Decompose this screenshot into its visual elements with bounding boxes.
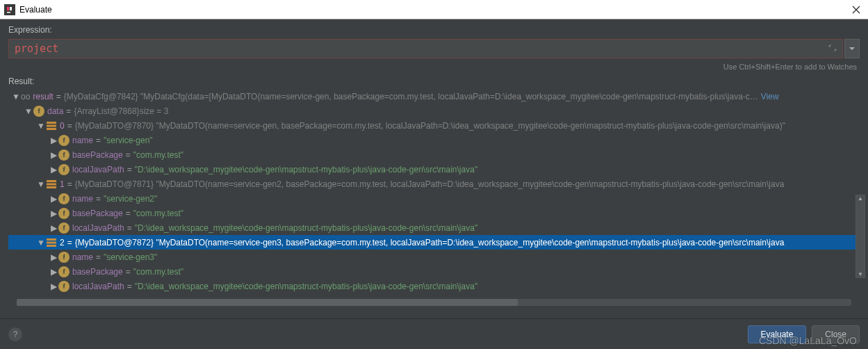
- svg-rect-3: [10, 7, 12, 10]
- field-icon: f: [58, 222, 69, 234]
- field-icon: f: [58, 266, 69, 277]
- window-title: Evaluate: [19, 5, 849, 15]
- tree-row-field[interactable]: ▶f basePackage="com.my.test": [8, 264, 860, 279]
- view-link[interactable]: View: [761, 92, 779, 102]
- tree-row-field[interactable]: ▶f localJavaPath="D:\idea_workspace_mygi…: [8, 279, 860, 293]
- collapse-icon[interactable]: ▼: [36, 238, 46, 247]
- expand-icon[interactable]: ▶: [49, 223, 58, 233]
- collapse-icon[interactable]: ▼: [36, 179, 46, 189]
- history-dropdown[interactable]: [844, 39, 860, 58]
- svg-rect-6: [47, 128, 56, 130]
- vertical-side-scroll[interactable]: ▲ ▼: [855, 195, 865, 278]
- tree-row-field[interactable]: ▶f localJavaPath="D:\idea_workspace_mygi…: [8, 162, 860, 177]
- svg-rect-4: [47, 122, 56, 124]
- svg-rect-10: [47, 238, 56, 241]
- expression-label: Expression:: [8, 25, 860, 35]
- tree-row-field[interactable]: ▶f basePackage="com.my.test": [8, 147, 860, 162]
- svg-rect-8: [47, 183, 56, 185]
- result-label: Result:: [8, 76, 860, 86]
- scroll-down-icon[interactable]: ▼: [858, 271, 863, 277]
- evaluate-button[interactable]: Evaluate: [748, 325, 807, 343]
- field-icon: f: [58, 149, 69, 161]
- expand-icon[interactable]: ▶: [49, 194, 58, 204]
- field-icon: f: [58, 208, 69, 219]
- field-icon: f: [58, 252, 69, 263]
- titlebar: Evaluate: [0, 0, 868, 19]
- expression-value: project: [15, 42, 58, 55]
- collapse-icon[interactable]: ▼: [11, 92, 21, 102]
- result-tree[interactable]: ▼ oo result = {MyDataCfg@7842} "MyDataCf…: [8, 89, 860, 299]
- field-icon: f: [58, 193, 69, 204]
- element-icon: [46, 180, 57, 188]
- horizontal-scrollbar[interactable]: [17, 299, 851, 306]
- var-name: data: [47, 106, 63, 116]
- tree-row-field[interactable]: ▶f basePackage="com.my.test": [8, 206, 860, 220]
- tree-row-field[interactable]: ▶f localJavaPath="D:\idea_workspace_mygi…: [8, 220, 860, 235]
- svg-rect-11: [47, 241, 56, 243]
- var-type: {ArrayList@7868}: [74, 106, 139, 116]
- tree-row-field[interactable]: ▶f name="service-gen3": [8, 250, 860, 264]
- tree-row-field[interactable]: ▶f name="service-gen2": [8, 191, 860, 206]
- tree-row-item[interactable]: ▼ 1={MyDataDTO@7871} "MyDataDTO(name=ser…: [8, 177, 860, 191]
- svg-rect-9: [47, 186, 56, 188]
- tree-row-data[interactable]: ▼ f data = {ArrayList@7868} size = 3: [8, 104, 860, 118]
- field-icon: f: [58, 164, 69, 175]
- expand-icon[interactable]: ▶: [49, 267, 58, 277]
- expand-icon[interactable]: ▶: [49, 252, 58, 262]
- var-value: "MyDataCfg(data=[MyDataDTO(name=service-…: [140, 92, 758, 102]
- tree-row-item[interactable]: ▼ 0={MyDataDTO@7870} "MyDataDTO(name=ser…: [8, 118, 860, 133]
- object-icon: oo: [21, 92, 30, 102]
- var-type: {MyDataCfg@7842}: [64, 92, 138, 102]
- size-label: size = 3: [140, 106, 169, 116]
- scroll-thumb[interactable]: [17, 299, 518, 306]
- expand-icon[interactable]: ▶: [49, 282, 58, 291]
- element-icon: [46, 122, 57, 130]
- close-icon[interactable]: [849, 2, 864, 17]
- hint-text: Use Ctrl+Shift+Enter to add to Watches: [8, 63, 860, 71]
- expression-input[interactable]: project: [8, 39, 843, 58]
- expand-icon[interactable]: ▶: [49, 136, 58, 145]
- expand-icon[interactable]: ▶: [49, 209, 58, 218]
- tree-row-field[interactable]: ▶f name="service-gen": [8, 133, 860, 147]
- expand-icon[interactable]: ▶: [49, 150, 58, 160]
- footer: ? Evaluate Close: [0, 318, 868, 349]
- collapse-icon[interactable]: ▼: [36, 121, 46, 131]
- expand-icon[interactable]: ▶: [49, 165, 58, 174]
- svg-rect-12: [47, 245, 56, 247]
- expand-icon[interactable]: [828, 44, 837, 54]
- var-name: result: [33, 92, 53, 102]
- svg-rect-2: [7, 7, 9, 10]
- field-icon: f: [33, 106, 44, 117]
- svg-rect-1: [7, 12, 10, 13]
- field-icon: f: [58, 135, 69, 146]
- help-button[interactable]: ?: [8, 327, 22, 341]
- field-icon: f: [58, 281, 69, 292]
- app-icon: [4, 4, 15, 15]
- svg-rect-5: [47, 124, 56, 127]
- element-icon: [46, 238, 57, 247]
- close-button[interactable]: Close: [812, 325, 860, 343]
- tree-row-result[interactable]: ▼ oo result = {MyDataCfg@7842} "MyDataCf…: [8, 89, 860, 104]
- collapse-icon[interactable]: ▼: [24, 106, 33, 116]
- scroll-up-icon[interactable]: ▲: [858, 195, 863, 202]
- svg-rect-7: [47, 180, 56, 182]
- tree-row-item[interactable]: ▼ 2={MyDataDTO@7872} "MyDataDTO(name=ser…: [8, 235, 860, 250]
